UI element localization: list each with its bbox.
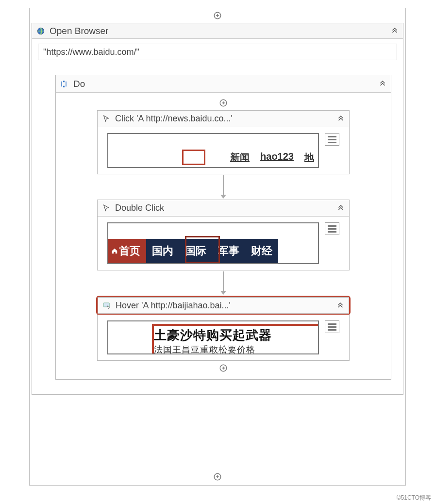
collapse-chevron-icon[interactable] <box>390 25 399 36</box>
plus-icon <box>219 364 228 372</box>
plus-icon <box>219 99 228 107</box>
selector-highlight-box: 土豪沙特购买起武器 法国王昌亚重敢松要价格 <box>152 324 318 354</box>
double-click-activity[interactable]: Double Click 首页 <box>97 200 350 270</box>
newsnav-tab-finance: 财经 <box>245 239 278 263</box>
open-browser-url-value: "https://www.baidu.com/" <box>43 47 139 57</box>
double-click-activity-header[interactable]: Double Click <box>98 200 349 217</box>
svg-rect-5 <box>63 85 65 87</box>
headline-text-1: 土豪沙特购买起武器 <box>154 327 318 344</box>
add-activity-top[interactable] <box>30 8 405 23</box>
globe-icon <box>36 26 46 36</box>
plus-icon <box>213 11 222 20</box>
flow-connector <box>64 175 383 199</box>
newsnav-tab-domestic: 国内 <box>146 239 179 263</box>
baidu-link-map: 地 <box>304 151 314 164</box>
double-click-activity-title: Double Click <box>115 203 336 213</box>
hover-icon <box>102 301 112 310</box>
hover-activity[interactable]: Hover 'A http://baijiahao.bai...' <box>98 297 349 314</box>
hover-activity-selection-highlight: Hover 'A http://baijiahao.bai...' <box>96 296 351 315</box>
workflow-sequence-container: Open Browser "https://www.baidu.com/" Do <box>29 8 406 486</box>
svg-rect-4 <box>63 81 65 82</box>
hover-activity-title: Hover 'A http://baijiahao.bai...' <box>116 301 336 311</box>
do-header[interactable]: Do <box>56 75 391 93</box>
selector-options-button[interactable] <box>325 222 339 235</box>
headline-text-2: 法国王昌亚重敢松要价格 <box>154 344 318 354</box>
hover-activity-header[interactable]: Hover 'A http://baijiahao.bai...' <box>98 297 349 314</box>
do-activity[interactable]: Do <box>55 75 391 380</box>
collapse-chevron-icon[interactable] <box>378 78 387 89</box>
click-activity[interactable]: Click 'A http://news.baidu.co...' 新闻 hao <box>97 110 350 174</box>
selector-highlight-box <box>185 236 220 263</box>
add-activity-inner-bottom[interactable] <box>64 361 383 375</box>
baidu-link-news: 新闻 <box>230 151 250 164</box>
click-selector-preview[interactable]: 新闻 hao123 地 <box>107 133 319 168</box>
double-click-selector-preview[interactable]: 首页 国内 国际 军事 财经 <box>107 222 319 264</box>
hover-activity-body-wrapper: 土豪沙特购买起武器 法国王昌亚重敢松要价格 <box>97 315 350 361</box>
watermark: ©51CTO博客 <box>397 494 431 502</box>
collapse-chevron-icon[interactable] <box>336 113 345 124</box>
do-title: Do <box>73 79 378 89</box>
open-browser-activity[interactable]: Open Browser "https://www.baidu.com/" Do <box>32 23 403 395</box>
plus-icon <box>213 472 222 481</box>
hover-selector-preview[interactable]: 土豪沙特购买起武器 法国王昌亚重敢松要价格 <box>107 320 319 354</box>
selector-highlight-box <box>182 150 205 165</box>
click-activity-header[interactable]: Click 'A http://news.baidu.co...' <box>98 111 349 127</box>
open-browser-url-input[interactable]: "https://www.baidu.com/" <box>38 44 397 60</box>
open-browser-title: Open Browser <box>50 26 390 36</box>
selector-options-button[interactable] <box>325 133 339 146</box>
open-browser-header[interactable]: Open Browser <box>32 23 403 39</box>
newsnav-tab-home: 首页 <box>108 239 146 263</box>
collapse-chevron-icon[interactable] <box>336 300 345 311</box>
selector-options-button[interactable] <box>325 320 339 333</box>
cursor-icon <box>101 114 111 124</box>
click-activity-title: Click 'A http://news.baidu.co...' <box>115 114 336 124</box>
flow-connector <box>64 271 383 295</box>
cursor-icon <box>101 203 111 213</box>
add-activity-inner-top[interactable] <box>64 96 383 110</box>
add-activity-bottom[interactable] <box>30 470 405 484</box>
collapse-chevron-icon[interactable] <box>336 202 345 214</box>
do-sequence-icon <box>60 79 69 89</box>
baidu-link-hao123: hao123 <box>260 151 294 164</box>
